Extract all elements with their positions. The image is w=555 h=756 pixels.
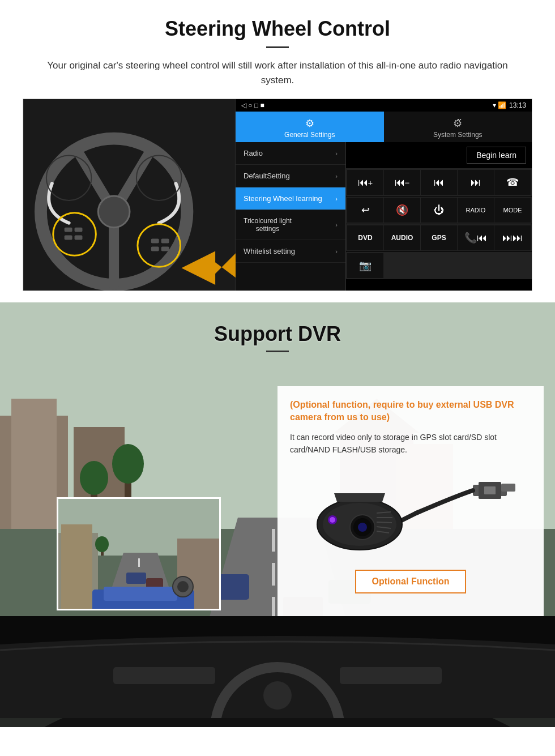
chevron-icon: ›: [335, 150, 338, 157]
svg-point-60: [177, 581, 189, 592]
button-grid-row4: 📷: [346, 252, 532, 279]
svg-rect-15: [151, 239, 159, 244]
btn-power[interactable]: ⏻: [421, 198, 457, 223]
title-divider: [266, 46, 289, 48]
svg-point-54: [95, 536, 109, 552]
page-subtitle: Your original car's steering wheel contr…: [34, 58, 521, 87]
dvr-right-col: (Optional function, require to buy exter…: [278, 375, 555, 616]
time-display: 13:13: [509, 101, 526, 109]
svg-rect-17: [151, 246, 159, 251]
svg-rect-13: [65, 236, 72, 240]
svg-rect-58: [104, 587, 177, 601]
svg-point-70: [330, 517, 335, 523]
settings-tabs: ⚙ General Settings ⚙̈ System Settings: [236, 112, 532, 142]
btn-dvd[interactable]: DVD: [347, 225, 383, 250]
page-title: Steering Wheel Control: [23, 17, 532, 41]
settings-menu: Radio › DefaultSetting › Steering Wheel …: [236, 142, 346, 291]
menu-label-whitelist: Whitelist setting: [244, 247, 295, 255]
svg-rect-63: [501, 484, 515, 492]
btn-mode[interactable]: MODE: [494, 198, 531, 223]
menu-item-default[interactable]: DefaultSetting ›: [236, 165, 345, 187]
chevron-icon-5: ›: [335, 248, 338, 255]
svg-point-5: [98, 196, 130, 228]
svg-point-81: [263, 681, 292, 710]
menu-label-radio: Radio: [244, 149, 263, 157]
svg-rect-76: [484, 486, 496, 494]
btn-mute[interactable]: 🔇: [384, 198, 420, 223]
btn-phone-prev[interactable]: 📞⏮: [458, 225, 494, 250]
button-grid-row2: ↩ 🔇 ⏻ RADIO MODE: [346, 197, 532, 224]
btn-camera[interactable]: 📷: [347, 253, 383, 278]
svg-line-73: [377, 522, 392, 523]
optional-function-button[interactable]: Optional Function: [355, 570, 467, 593]
dvr-bottom-area: [0, 616, 555, 718]
tab-general[interactable]: ⚙ General Settings: [236, 112, 384, 142]
optional-function-area: Optional Function: [290, 564, 531, 605]
steering-demo-area: ◁ ○ □ ■ ▾ 📶 13:13 ⚙ General Settings ⚙̈ …: [23, 99, 532, 291]
menu-item-tricoloured[interactable]: Tricoloured lightsettings ›: [236, 210, 345, 240]
chevron-icon-3: ›: [335, 195, 338, 202]
svg-rect-51: [61, 524, 92, 610]
btn-prev-plus[interactable]: ⏮+: [347, 170, 383, 195]
svg-rect-79: [113, 667, 215, 684]
svg-rect-46: [138, 558, 140, 567]
system-icon: ⚙̈: [387, 117, 530, 130]
dvr-description: It can record video only to storage in G…: [290, 431, 531, 456]
steering-section: Steering Wheel Control Your original car…: [0, 0, 555, 302]
btn-skip-fwd[interactable]: ⏭: [458, 170, 494, 195]
dvr-left-col: [0, 375, 278, 616]
tab-system[interactable]: ⚙̈ System Settings: [384, 112, 532, 142]
svg-rect-12: [75, 228, 83, 232]
tab-general-label: General Settings: [284, 131, 335, 139]
dvr-camera-illustration: [290, 456, 531, 564]
menu-label-tricoloured: Tricoloured lightsettings: [244, 217, 292, 233]
android-ui-panel: ◁ ○ □ ■ ▾ 📶 13:13 ⚙ General Settings ⚙̈ …: [236, 99, 532, 291]
dvr-info-card: (Optional function, require to buy exter…: [278, 386, 544, 616]
dvr-section: Support DVR: [0, 302, 555, 727]
svg-point-68: [358, 523, 367, 532]
menu-label-steering: Steering Wheel learning: [244, 194, 322, 203]
tab-system-label: System Settings: [433, 131, 483, 139]
btn-radio[interactable]: RADIO: [458, 198, 494, 223]
btn-prev-next[interactable]: ⏭⏭: [494, 225, 531, 250]
signal-icon: ▾ 📶: [493, 101, 506, 109]
menu-item-radio[interactable]: Radio ›: [236, 142, 345, 165]
steering-photo: [23, 99, 236, 291]
svg-rect-11: [65, 228, 72, 232]
settings-right-panel: Begin learn ⏮+ ⏮− ⏮ ⏭ ☎ ↩ 🔇 ⏻ RADIO: [346, 142, 532, 291]
svg-rect-55: [126, 573, 146, 584]
dvr-title: Support DVR: [23, 322, 532, 346]
button-grid-row3: DVD AUDIO GPS 📞⏮ ⏭⏭: [346, 224, 532, 251]
begin-learn-row: Begin learn: [346, 142, 532, 169]
gear-icon: ⚙: [238, 117, 381, 130]
statusbar: ◁ ○ □ ■ ▾ 📶 13:13: [236, 99, 532, 112]
menu-item-steering[interactable]: Steering Wheel learning ›: [236, 187, 345, 210]
btn-gps[interactable]: GPS: [421, 225, 457, 250]
btn-audio[interactable]: AUDIO: [384, 225, 420, 250]
chevron-icon-2: ›: [335, 173, 338, 180]
svg-rect-16: [161, 239, 169, 244]
begin-learn-button[interactable]: Begin learn: [467, 147, 526, 164]
btn-skip-back[interactable]: ⏮: [421, 170, 457, 195]
statusbar-icons: ◁ ○ □ ■: [241, 101, 264, 109]
btn-back[interactable]: ↩: [347, 198, 383, 223]
button-grid-row1: ⏮+ ⏮− ⏮ ⏭ ☎: [346, 169, 532, 196]
chevron-icon-4: ›: [335, 221, 338, 228]
svg-rect-14: [75, 236, 83, 240]
settings-content: Radio › DefaultSetting › Steering Wheel …: [236, 142, 532, 291]
svg-rect-80: [340, 667, 442, 684]
dvr-content-row: (Optional function, require to buy exter…: [0, 375, 555, 616]
btn-prev-minus[interactable]: ⏮−: [384, 170, 420, 195]
svg-rect-18: [161, 246, 169, 251]
btn-phone[interactable]: ☎: [494, 170, 531, 195]
dvr-title-area: Support DVR: [0, 302, 555, 364]
dvr-title-divider: [266, 351, 289, 352]
menu-item-whitelist[interactable]: Whitelist setting ›: [236, 240, 345, 263]
optional-heading-text: (Optional function, require to buy exter…: [290, 399, 531, 424]
menu-label-default: DefaultSetting: [244, 172, 290, 180]
dvr-small-image: [57, 497, 221, 610]
